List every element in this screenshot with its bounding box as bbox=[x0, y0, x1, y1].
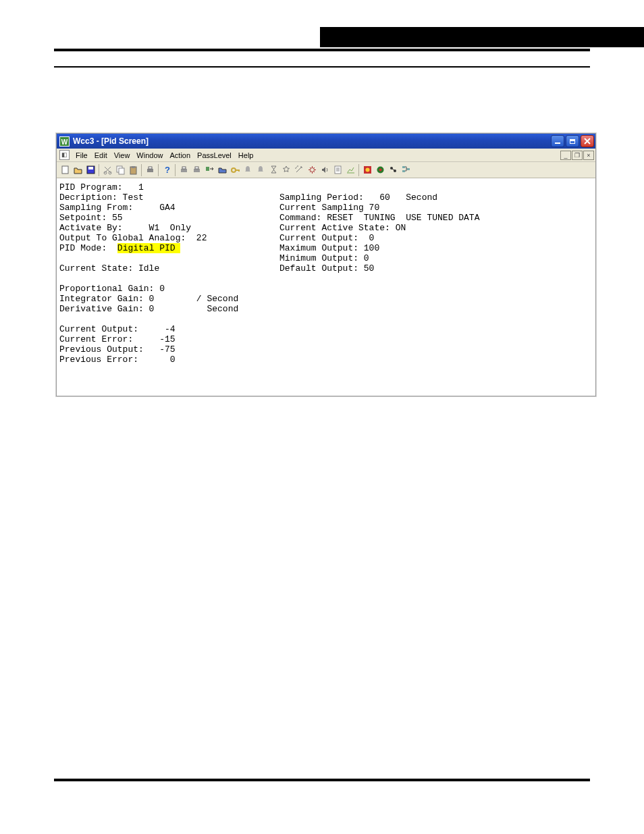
window-title: Wcc3 - [Pid Screen] bbox=[73, 136, 149, 146]
previous-output-line: Previous Output: -75 bbox=[59, 344, 176, 355]
star-icon[interactable] bbox=[280, 164, 292, 176]
page: W Wcc3 - [Pid Screen] ◧ File Edit View W… bbox=[0, 0, 644, 834]
svg-rect-8 bbox=[132, 166, 135, 168]
paste-icon[interactable] bbox=[127, 164, 139, 176]
open-icon[interactable] bbox=[72, 164, 84, 176]
svg-rect-0 bbox=[62, 166, 68, 174]
svg-point-23 bbox=[379, 169, 381, 172]
activate-by-line: Activate By: W1 Only bbox=[59, 223, 191, 233]
derivative-gain-line: Derivative Gain: 0 Second bbox=[59, 304, 238, 314]
svg-rect-9 bbox=[147, 169, 153, 172]
command-line: Command: RESET TUNING USE TUNED DATA bbox=[279, 213, 479, 223]
sound-icon[interactable] bbox=[319, 164, 331, 176]
right-column: Sampling Period: 60 Second Current Sampl… bbox=[279, 192, 479, 273]
key-icon[interactable] bbox=[229, 164, 241, 176]
menu-view[interactable]: View bbox=[111, 150, 134, 161]
previous-error-line: Previous Error: 0 bbox=[59, 355, 176, 365]
maximize-button[interactable] bbox=[566, 135, 579, 147]
transfer-icon[interactable] bbox=[203, 164, 215, 176]
new-icon[interactable] bbox=[59, 164, 71, 176]
svg-rect-15 bbox=[195, 167, 198, 169]
title-bar: W Wcc3 - [Pid Screen] bbox=[57, 134, 595, 149]
menu-bar: ◧ File Edit View Window Action PassLevel… bbox=[57, 149, 595, 162]
footer-rule bbox=[54, 779, 590, 781]
description-line: Decription: Test bbox=[59, 192, 144, 203]
pid-program-line: PID Program: 1 bbox=[59, 182, 144, 192]
close-icon bbox=[584, 138, 591, 145]
pid-mode-label: PID Mode: bbox=[59, 243, 117, 253]
bell-icon[interactable] bbox=[242, 164, 254, 176]
help-icon[interactable]: ? bbox=[161, 164, 173, 176]
mdi-controls: _ ❐ × bbox=[560, 151, 595, 160]
menu-passlevel[interactable]: PassLevel bbox=[194, 150, 235, 161]
mdi-restore-button[interactable]: ❐ bbox=[572, 151, 583, 160]
svg-rect-28 bbox=[407, 168, 410, 170]
svg-rect-6 bbox=[119, 168, 124, 174]
svg-rect-12 bbox=[181, 169, 187, 172]
printer1-icon[interactable] bbox=[178, 164, 190, 176]
app-icon: W bbox=[59, 136, 70, 147]
menu-file[interactable]: File bbox=[72, 150, 91, 161]
hourglass-icon[interactable] bbox=[267, 164, 279, 176]
svg-rect-26 bbox=[402, 166, 405, 168]
printer2-icon[interactable] bbox=[190, 164, 203, 176]
svg-rect-27 bbox=[402, 170, 405, 172]
content-area: PID Program: 1 Decription: Test Sampling… bbox=[57, 178, 595, 223]
pid-mode-value[interactable]: Digital PID bbox=[117, 243, 181, 253]
save-icon[interactable] bbox=[84, 164, 97, 176]
svg-text:?: ? bbox=[165, 165, 170, 175]
magic-icon[interactable] bbox=[293, 164, 305, 176]
current-error-line: Current Error: -15 bbox=[59, 334, 176, 344]
sampling-period-line: Sampling Period: 60 Second bbox=[279, 192, 437, 203]
current-sampling-line: Current Sampling 70 bbox=[279, 203, 379, 213]
svg-rect-14 bbox=[194, 169, 200, 172]
svg-point-17 bbox=[232, 168, 236, 172]
active-state-line: Current Active State: ON bbox=[279, 223, 406, 233]
header-rule-thin bbox=[54, 66, 590, 68]
sampling-from-line: Sampling From: GA4 bbox=[59, 203, 176, 213]
svg-rect-16 bbox=[206, 167, 209, 171]
window-controls bbox=[551, 135, 594, 147]
minimize-button[interactable] bbox=[551, 135, 564, 147]
left-column: PID Program: 1 Decription: Test Sampling… bbox=[59, 182, 238, 365]
integrator-gain-line: Integrator Gain: 0 / Second bbox=[59, 294, 238, 304]
mdi-minimize-button[interactable]: _ bbox=[560, 151, 571, 160]
app-window: W Wcc3 - [Pid Screen] ◧ File Edit View W… bbox=[56, 133, 596, 396]
toolbar: ? bbox=[57, 162, 595, 178]
default-output-line: Default Output: 50 bbox=[279, 263, 374, 273]
folder-icon[interactable] bbox=[216, 164, 228, 176]
header-rule-thick bbox=[54, 49, 590, 51]
mdi-close-button[interactable]: × bbox=[583, 151, 594, 160]
menu-edit[interactable]: Edit bbox=[91, 150, 111, 161]
page-icon[interactable] bbox=[331, 164, 344, 176]
stop-icon[interactable] bbox=[361, 164, 373, 176]
menu-window[interactable]: Window bbox=[133, 150, 166, 161]
gear-icon[interactable] bbox=[306, 164, 318, 176]
setpoint-line: Setpoint: 55 bbox=[59, 213, 123, 223]
current-output-line: Current Output: -4 bbox=[59, 324, 176, 334]
header-black-band bbox=[320, 27, 644, 47]
right-current-output-line: Current Output: 0 bbox=[279, 233, 374, 243]
svg-rect-13 bbox=[182, 167, 186, 169]
maximum-output-line: Maximum Output: 100 bbox=[279, 243, 379, 253]
tree-icon[interactable] bbox=[400, 164, 412, 176]
minimum-output-line: Minimum Output: 0 bbox=[279, 253, 369, 263]
svg-rect-2 bbox=[88, 167, 93, 170]
chart-icon[interactable] bbox=[344, 164, 356, 176]
svg-rect-10 bbox=[149, 167, 152, 169]
close-button[interactable] bbox=[581, 135, 594, 147]
bell2-icon[interactable] bbox=[254, 164, 267, 176]
record-icon[interactable] bbox=[374, 164, 386, 176]
menu-action[interactable]: Action bbox=[166, 150, 194, 161]
proportional-gain-line: Proportional Gain: 0 bbox=[59, 284, 165, 294]
current-state-line: Current State: Idle bbox=[59, 263, 159, 273]
menu-help[interactable]: Help bbox=[235, 150, 257, 161]
process-icon[interactable] bbox=[387, 164, 399, 176]
copy-icon[interactable] bbox=[114, 164, 126, 176]
svg-point-18 bbox=[310, 168, 314, 172]
cut-icon[interactable] bbox=[101, 164, 113, 176]
output-global-line: Output To Global Analog: 22 bbox=[59, 233, 207, 243]
print-icon[interactable] bbox=[144, 164, 156, 176]
svg-point-21 bbox=[365, 168, 369, 172]
mdi-child-icon[interactable]: ◧ bbox=[59, 150, 70, 160]
